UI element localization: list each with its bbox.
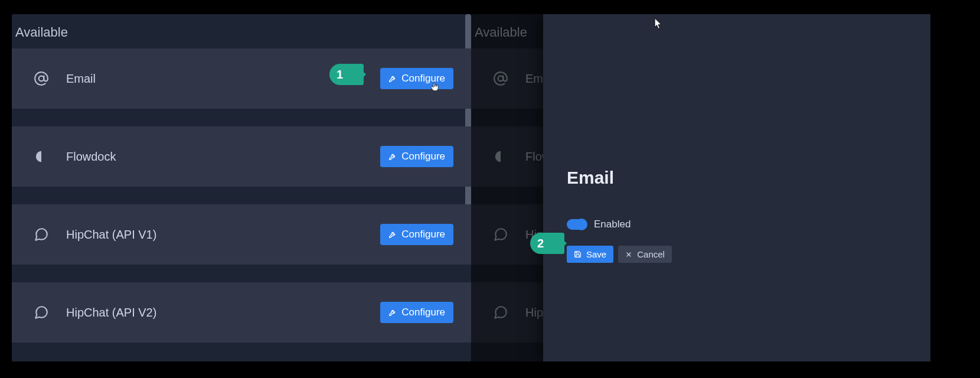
configure-button-label: Configure [401,229,445,240]
wrench-icon [388,308,397,317]
integration-label: HipChat (API V1) [53,228,380,242]
slideout-button-row: Save Cancel [567,246,907,263]
integration-label: HipChat (API V2) [53,306,380,320]
email-config-slideout: Email Enabled Save Cancel [543,14,930,361]
at-sign-icon [30,71,53,86]
save-icon [574,250,582,258]
integration-row-hipchat-v1: HipChat (API V1) Configure [12,204,471,265]
toggle-knob [576,219,587,230]
svg-point-1 [498,76,504,82]
wrench-icon [388,152,397,161]
enabled-label: Enabled [594,219,631,230]
integration-row-flowdock: Flowdock Configure [12,126,471,187]
cursor-hand-icon [430,80,440,93]
save-button[interactable]: Save [567,246,613,263]
configure-button[interactable]: Configure [380,146,453,167]
integration-label: Flowdock [53,150,380,164]
enabled-toggle[interactable] [567,219,587,230]
left-panel: Available Email Configure Flow [12,14,471,361]
flowdock-icon [30,150,53,163]
section-title-available: Available [12,14,471,51]
save-button-label: Save [586,249,606,259]
cancel-button-label: Cancel [637,249,665,259]
integration-row-hipchat-v2: HipChat (API V2) Configure [12,282,471,343]
close-icon [625,251,632,258]
callout-marker-2: 2 [530,233,564,254]
chat-bubble-icon [30,305,53,320]
cancel-button[interactable]: Cancel [618,246,672,263]
cursor-arrow-icon [654,18,664,31]
enabled-toggle-row: Enabled [567,219,907,230]
chat-bubble-icon [489,227,512,242]
integration-row-email: Email Configure [12,48,471,109]
chat-bubble-icon [489,305,512,320]
wrench-icon [388,230,397,239]
at-sign-icon [489,71,512,86]
svg-point-0 [39,76,44,82]
chat-bubble-icon [30,227,53,242]
configure-button[interactable]: Configure [380,224,453,245]
wrench-icon [388,74,397,83]
configure-button-label: Configure [401,151,445,162]
configure-button-label: Configure [401,307,445,318]
configure-button[interactable]: Configure [380,68,453,89]
flowdock-icon [489,150,512,163]
integration-list: Email Configure Flowdock Config [12,48,471,360]
configure-button[interactable]: Configure [380,302,453,323]
slideout-heading: Email [567,168,907,188]
callout-marker-1: 1 [329,64,364,85]
